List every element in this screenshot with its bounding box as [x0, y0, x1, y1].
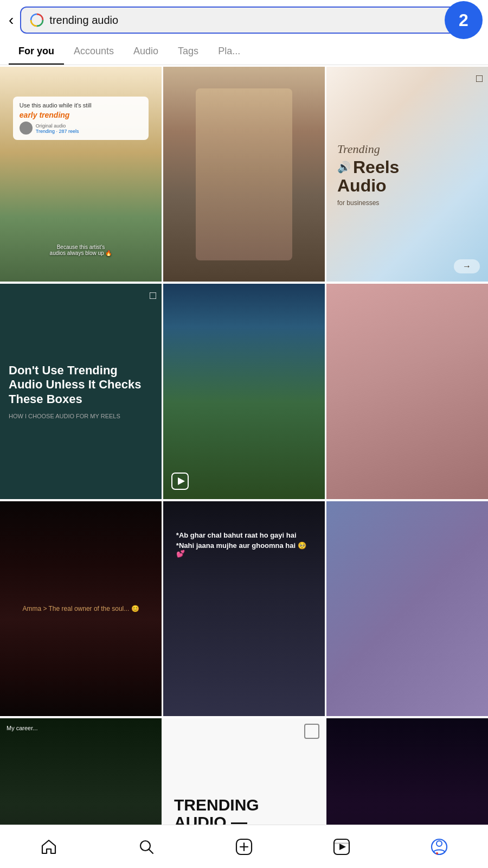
- grid-item-9[interactable]: [326, 501, 488, 717]
- nav-create[interactable]: [235, 838, 253, 856]
- item11-bookmark-icon: [304, 724, 319, 739]
- item10-career: My career...: [7, 725, 37, 731]
- item7-bg: Amma > The real owner of the soul... 😊: [0, 501, 162, 716]
- item9-bg: [326, 501, 488, 716]
- item8-text1: *Ab ghar chal bahut raat ho gayi hai: [176, 531, 312, 539]
- svg-marker-2: [178, 477, 185, 485]
- svg-rect-14: [334, 843, 349, 844]
- item1-overlay: Use this audio while it's still early tr…: [13, 97, 149, 140]
- item11-trending: TRENDING: [174, 797, 314, 813]
- svg-line-9: [149, 850, 153, 853]
- tab-places[interactable]: Pla...: [208, 39, 250, 65]
- item1-early-text: early trending: [20, 111, 142, 119]
- grid-item-6[interactable]: [326, 284, 488, 499]
- item8-bg: *Ab ghar chal bahut raat ho gayi hai *Na…: [163, 501, 325, 716]
- nav-reels[interactable]: [333, 838, 350, 856]
- nav-profile[interactable]: [431, 838, 448, 856]
- search-bar[interactable]: trending audio: [20, 7, 479, 34]
- reels-icon: [333, 838, 350, 856]
- grid-item-7[interactable]: Amma > The real owner of the soul... 😊: [0, 501, 162, 717]
- item2-bg: [163, 67, 325, 282]
- item1-bg: Use this audio while it's still early tr…: [0, 67, 162, 282]
- item1-original: Original audio: [36, 123, 79, 129]
- item1-bottom: Because this artist's audios always blow…: [13, 244, 149, 256]
- results-grid: Use this audio while it's still early tr…: [0, 67, 488, 868]
- grid-item-4[interactable]: Don't Use Trending Audio Unless It Check…: [0, 284, 162, 499]
- tab-for-you[interactable]: For you: [9, 39, 64, 65]
- grid-item-3[interactable]: Trending 🔊 Reels Audio for businesses □ …: [326, 67, 488, 282]
- item8-content: *Ab ghar chal bahut raat ho gayi hai *Na…: [176, 531, 312, 558]
- tab-audio[interactable]: Audio: [124, 39, 168, 65]
- header: ‹ trending audio 2: [0, 0, 488, 34]
- svg-point-18: [436, 852, 438, 854]
- item3-trending: Trending: [337, 142, 380, 156]
- speaker-icon: 🔊: [337, 161, 351, 174]
- item5-bg: [163, 284, 325, 499]
- grid-item-8[interactable]: *Ab ghar chal bahut raat ho gayi hai *Na…: [163, 501, 325, 717]
- tab-tags[interactable]: Tags: [168, 39, 208, 65]
- item3-arrow: →: [454, 259, 480, 273]
- bottom-navigation: [0, 825, 488, 868]
- item1-caption2: audios always blow up 🔥: [13, 250, 149, 256]
- google-icon: [30, 13, 44, 27]
- svg-marker-15: [339, 844, 346, 850]
- profile-icon: [431, 838, 448, 856]
- nav-search[interactable]: [138, 838, 155, 856]
- search-icon: [138, 838, 155, 856]
- svg-point-17: [436, 841, 442, 846]
- item1-caption: Because this artist's: [13, 244, 149, 250]
- item5-reels-icon: [171, 472, 189, 493]
- home-icon: [40, 838, 57, 856]
- search-input[interactable]: trending audio: [49, 14, 470, 27]
- item7-text: Amma > The real owner of the soul... 😊: [22, 605, 139, 612]
- item3-content: Trending 🔊 Reels Audio for businesses: [326, 67, 488, 282]
- create-icon: [235, 838, 253, 856]
- tab-accounts[interactable]: Accounts: [64, 39, 124, 65]
- item1-trending-tag: Trending · 287 reels: [36, 129, 79, 134]
- item8-text2: *Nahi jaana mujhe aur ghoomna hai 🥺💕: [176, 541, 312, 558]
- nav-home[interactable]: [40, 838, 57, 856]
- item4-bg: Don't Use Trending Audio Unless It Check…: [0, 284, 162, 499]
- item6-bg: [326, 284, 488, 499]
- item4-title: Don't Use Trending Audio Unless It Check…: [9, 363, 153, 406]
- back-button[interactable]: ‹: [9, 11, 14, 29]
- item4-content: Don't Use Trending Audio Unless It Check…: [0, 284, 162, 499]
- grid-item-1[interactable]: Use this audio while it's still early tr…: [0, 67, 162, 282]
- item3-audio: Audio: [337, 176, 387, 196]
- item3-bg: Trending 🔊 Reels Audio for businesses □ …: [326, 67, 488, 282]
- notification-badge[interactable]: 2: [445, 1, 483, 39]
- item4-subtitle: HOW I CHOOSE AUDIO FOR MY REELS: [9, 413, 153, 419]
- tab-bar: For you Accounts Audio Tags Pla...: [0, 39, 488, 65]
- item3-reels: Reels: [353, 158, 399, 176]
- item1-use-text: Use this audio while it's still: [20, 102, 142, 108]
- item3-business: for businesses: [337, 199, 379, 207]
- grid-item-2[interactable]: [163, 67, 325, 282]
- item4-bookmark-icon: □: [150, 289, 156, 302]
- item3-bookmark-icon: □: [476, 72, 483, 85]
- grid-item-5[interactable]: [163, 284, 325, 499]
